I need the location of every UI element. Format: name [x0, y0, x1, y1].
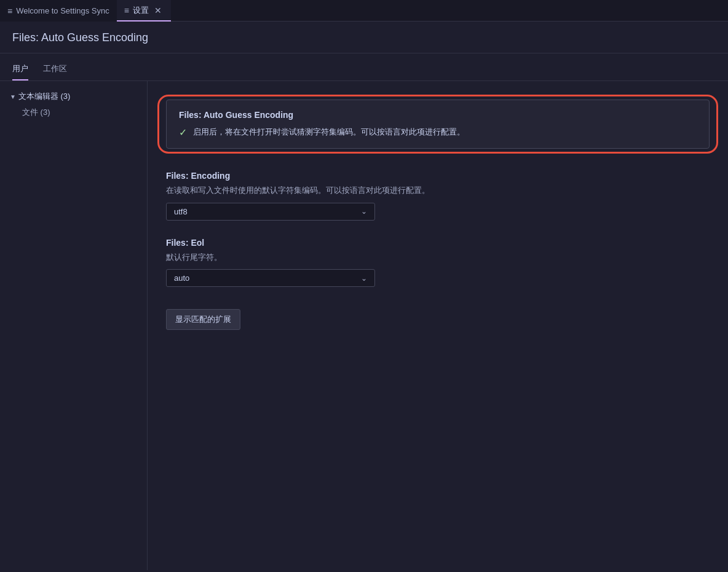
main-content: Files: Auto Guess Encoding ✓ 启用后，将在文件打开时…: [148, 81, 728, 570]
sidebar-group-text-editor: ▼ 文本编辑器 (3) 文件 (3): [0, 88, 147, 120]
eol-select[interactable]: auto ⌄: [166, 269, 375, 287]
setting-eol-desc: 默认行尾字符。: [166, 251, 710, 264]
welcome-tab-icon: ≡: [7, 6, 12, 16]
tab-settings[interactable]: ≡ 设置 ✕: [117, 0, 171, 22]
encoding-select[interactable]: utf8 ⌄: [166, 203, 375, 221]
eol-value: auto: [174, 273, 189, 283]
setting-highlighted-title: Files: Auto Guess Encoding: [179, 110, 697, 120]
encoding-value: utf8: [174, 207, 188, 216]
tab-user[interactable]: 用户: [12, 60, 28, 80]
setting-encoding-desc: 在读取和写入文件时使用的默认字符集编码。可以按语言对此项进行配置。: [166, 184, 710, 197]
sidebar: ▼ 文本编辑器 (3) 文件 (3): [0, 81, 148, 570]
chevron-icon: ▼: [10, 93, 16, 100]
setting-encoding: Files: Encoding 在读取和写入文件时使用的默认字符集编码。可以按语…: [166, 171, 710, 221]
settings-tab-icon: ≡: [124, 6, 129, 15]
setting-auto-guess-encoding: Files: Auto Guess Encoding ✓ 启用后，将在文件打开时…: [166, 100, 710, 149]
tab-welcome[interactable]: ≡ Welcome to Settings Sync: [0, 0, 117, 22]
encoding-chevron-icon: ⌄: [361, 207, 367, 216]
setting-encoding-title: Files: Encoding: [166, 171, 710, 181]
welcome-tab-label: Welcome to Settings Sync: [16, 6, 109, 15]
sidebar-item-files[interactable]: 文件 (3): [0, 104, 147, 120]
setting-checkbox-row: ✓ 启用后，将在文件打开时尝试猜测字符集编码。可以按语言对此项进行配置。: [179, 126, 697, 138]
show-extensions-button[interactable]: 显示匹配的扩展: [166, 309, 240, 330]
content-area: 用户 工作区 ▼ 文本编辑器 (3) 文件 (3) Files: Auto Gu…: [0, 53, 728, 570]
sidebar-group-header-text-editor[interactable]: ▼ 文本编辑器 (3): [0, 88, 147, 104]
page-header: Files: Auto Guess Encoding: [0, 22, 728, 53]
section-tabs: 用户 工作区: [0, 53, 728, 81]
eol-chevron-icon: ⌄: [361, 274, 367, 283]
main-layout: ▼ 文本编辑器 (3) 文件 (3) Files: Auto Guess Enc…: [0, 81, 728, 570]
sidebar-group-label: 文本编辑器 (3): [18, 91, 71, 102]
setting-highlighted-desc: 启用后，将在文件打开时尝试猜测字符集编码。可以按语言对此项进行配置。: [193, 126, 465, 138]
setting-eol: Files: Eol 默认行尾字符。 auto ⌄: [166, 238, 710, 288]
settings-tab-label: 设置: [133, 5, 149, 16]
page-title: Files: Auto Guess Encoding: [12, 31, 716, 44]
setting-eol-title: Files: Eol: [166, 238, 710, 248]
checkmark-icon: ✓: [179, 127, 187, 138]
settings-tab-close[interactable]: ✕: [152, 5, 164, 16]
tab-workspace[interactable]: 工作区: [43, 60, 67, 80]
tab-bar: ≡ Welcome to Settings Sync ≡ 设置 ✕: [0, 0, 728, 22]
